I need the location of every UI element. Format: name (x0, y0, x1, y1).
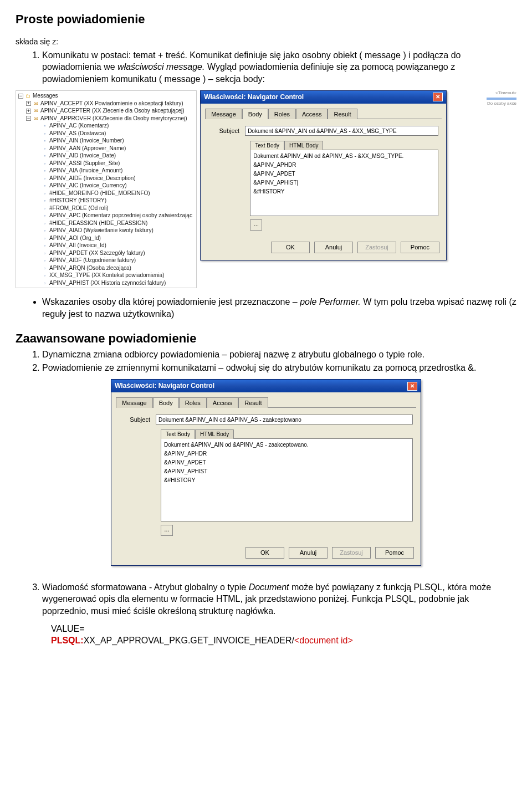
close-icon[interactable]: ✕ (407, 382, 417, 391)
tree-leaf[interactable]: ▫APINV_AIAD (Wyświetlanie kwoty faktury) (18, 227, 194, 234)
subtab-html[interactable]: HTML Body (284, 141, 323, 150)
cancel-button[interactable]: Anuluj (314, 242, 353, 253)
tab-access[interactable]: Access (296, 109, 328, 120)
tree-leaf[interactable]: ▫APINV_AIN (Invoice_Number) (18, 137, 194, 145)
subject-input[interactable] (245, 126, 438, 136)
more-button[interactable]: … (250, 219, 262, 231)
cancel-button[interactable]: Anuluj (289, 547, 328, 559)
dialog-tabs: Message Body Roles Access Result (111, 392, 421, 408)
tree-leaf[interactable]: ▫XX_MSG_TYPE (XX Kontekst powiadomienia) (18, 272, 194, 279)
tree-leaf[interactable]: ▫#HISTORY (HISTORY) (18, 197, 194, 204)
tree-leaf[interactable]: ▫APINV_ARQN (Osoba zlecająca) (18, 264, 194, 272)
plus-icon[interactable]: + (26, 101, 31, 106)
tree-leaf[interactable]: ▫APINV_AOI (Org_Id) (18, 234, 194, 242)
tree-leaf[interactable]: ▫#HIDE_MOREINFO (HIDE_MOREINFO) (18, 190, 194, 197)
bg-text: <Timeout> (495, 90, 516, 96)
tree-leaf-label: APINV_AIA (Invoice_Amount) (49, 167, 122, 175)
intro-text: składa się z: (16, 37, 516, 47)
tree-l1-0[interactable]: + ✉ APINV_ACCEPT (XX Powiadomienie o akc… (18, 100, 194, 108)
value-line1: VALUE= (51, 623, 516, 635)
attr-icon: ▫ (42, 123, 48, 129)
tree-leaf[interactable]: ▫#FROM_ROLE (Od roli) (18, 204, 194, 212)
tab-roles[interactable]: Roles (268, 109, 296, 120)
tree-leaf[interactable]: ▫APINV_AIDE (Invoice_Description) (18, 175, 194, 182)
tab-message[interactable]: Message (205, 109, 242, 120)
tree-leaf-label: APINV_ARQN (Osoba zlecająca) (49, 264, 131, 272)
plus-icon[interactable]: + (26, 109, 31, 114)
minus-icon[interactable]: − (18, 94, 23, 99)
tree-leaf-label: XX_MSG_TYPE (XX Kontekst powiadomienia) (49, 272, 164, 279)
body-textarea[interactable]: Dokument &APINV_AIN od &APINV_AS - &XX_M… (250, 150, 438, 216)
attr-icon: ▫ (42, 265, 48, 271)
subject-input[interactable] (156, 415, 413, 424)
tree-leaf[interactable]: ▫APINV_AAN (Approver_Name) (18, 145, 194, 152)
help-button[interactable]: Pomoc (401, 242, 439, 253)
tree-leaf-label: APINV_APC (Komentarz poprzedniej osoby z… (49, 212, 192, 219)
tree-leaf[interactable]: ▫APINV_APC (Komentarz poprzedniej osoby … (18, 212, 194, 219)
envelope-icon: ✉ (33, 115, 39, 121)
tree-leaf[interactable]: ▫APINV_AC (Komentarz) (18, 122, 194, 130)
tab-access[interactable]: Access (207, 397, 238, 408)
attr-icon: ▫ (42, 145, 48, 151)
line: Dokument &APINV_AIN od &APINV_AS - &XX_M… (253, 152, 435, 161)
tree-leaf[interactable]: ▫APINV_AII (Invoice_Id) (18, 242, 194, 249)
subtab-text[interactable]: Text Body (161, 429, 195, 439)
tree-root[interactable]: − 🗀 Messages (18, 92, 194, 100)
tree-leaf-label: APINV_AS (Dostawca) (49, 130, 106, 137)
dialog-titlebar[interactable]: Właściwości: Navigator Control ✕ (111, 380, 421, 392)
attr-icon: ▫ (42, 273, 48, 279)
envelope-icon: ✉ (33, 108, 39, 114)
tree-l1-1[interactable]: + ✉ APINV_ACCEPTER (XX Zlecenie dla Osob… (18, 107, 194, 115)
bg-text: Do osoby akce (487, 101, 516, 107)
tab-result[interactable]: Result (238, 397, 268, 408)
tab-roles[interactable]: Roles (179, 397, 207, 408)
tab-body[interactable]: Body (242, 109, 268, 120)
bullet-pre: Wskazanies osoby dla której powiadomieni… (42, 297, 300, 306)
tree-leaf[interactable]: ▫#HIDE_REASSIGN (HIDE_REASSIGN) (18, 219, 194, 227)
body-subtabs: Text Body HTML Body (161, 429, 413, 438)
tree-leaf[interactable]: ▫APINV_APDET (XX Szczegóły faktury) (18, 249, 194, 257)
tree-leaf[interactable]: ▫APINV_AIA (Invoice_Amount) (18, 167, 194, 175)
attr-icon: ▫ (42, 213, 48, 219)
tree-leaf-label: APINV_AIC (Invoice_Currency) (49, 182, 127, 190)
body-subtabs: Text Body HTML Body (250, 140, 438, 150)
tree-leaf[interactable]: ▫APINV_APHIST (XX Historia czynności fak… (18, 279, 194, 287)
tab-result[interactable]: Result (328, 109, 357, 120)
tree-label: APINV_APPROVER (XXZlecenie dla Osoby mer… (40, 115, 187, 122)
tree-leaf-label: APINV_APDET (XX Szczegóły faktury) (49, 249, 145, 257)
tree-leaf[interactable]: ▫APINV_AID (Invoice_Date) (18, 152, 194, 160)
tree-leaf[interactable]: ▫APINV_AIC (Invoice_Currency) (18, 182, 194, 190)
tree-leaf-label: APINV_AAN (Approver_Name) (49, 145, 126, 152)
tree-leaf[interactable]: ▫APINV_ASSI (Supplier_Site) (18, 160, 194, 167)
help-button[interactable]: Pomoc (375, 547, 414, 559)
line: &APINV_APHIST| (253, 178, 435, 187)
attr-icon: ▫ (42, 183, 48, 189)
dialog-2: Właściwości: Navigator Control ✕ Message… (111, 379, 421, 565)
heading-proste: Proste powiadomienie (16, 11, 516, 28)
more-button[interactable]: … (161, 525, 173, 536)
tree-leaf[interactable]: ▫APINV_AS (Dostawca) (18, 130, 194, 137)
dialog-1: Właściwości: Navigator Control ✕ Message… (200, 90, 447, 260)
tree-leaf[interactable]: ▫APINV_AIDF (Uzgodnienie faktury) (18, 257, 194, 264)
tree-leaf-label: APINV_AID (Invoice_Date) (49, 152, 116, 160)
tree-leaf-label: APINV_AIN (Invoice_Number) (49, 137, 124, 145)
plsql-prefix: PLSQL: (51, 636, 84, 645)
close-icon[interactable]: ✕ (433, 93, 443, 101)
apply-button: Zastosuj (332, 547, 371, 559)
tab-body[interactable]: Body (153, 397, 179, 408)
ok-button[interactable]: OK (271, 242, 310, 253)
attr-icon: ▫ (42, 198, 48, 204)
tree-l1-2[interactable]: − ✉ APINV_APPROVER (XXZlecenie dla Osoby… (18, 115, 194, 122)
tab-message[interactable]: Message (116, 397, 153, 408)
subject-label: Subject (119, 416, 150, 424)
ok-button[interactable]: OK (245, 547, 284, 559)
dialog-titlebar[interactable]: Właściwości: Navigator Control ✕ (201, 91, 446, 103)
value-block: VALUE= PLSQL:XX_AP_APPROVAL_PKG.GET_INVO… (51, 623, 516, 647)
line: &APINV_APDET (253, 170, 435, 178)
minus-icon[interactable]: − (26, 116, 31, 121)
body-textarea[interactable]: Dokument &APINV_AIN od &APINV_AS - zaakc… (161, 438, 413, 521)
subtab-html[interactable]: HTML Body (195, 429, 234, 439)
subtab-text[interactable]: Text Body (250, 141, 284, 150)
screenshot-1: − 🗀 Messages + ✉ APINV_ACCEPT (XX Powiad… (16, 90, 516, 288)
list3-pre: Wiadomość sformatowana - Atrybut globaln… (42, 582, 249, 592)
